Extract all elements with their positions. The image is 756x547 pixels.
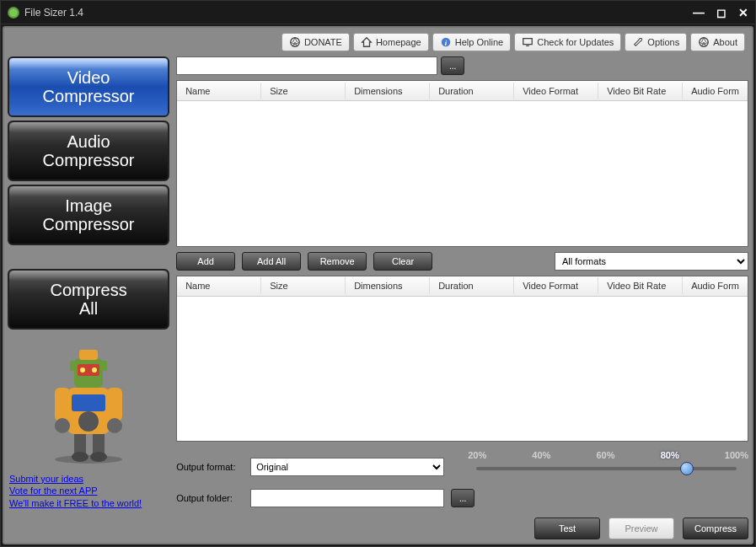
robot-mascot — [8, 333, 169, 468]
add-all-button[interactable]: Add All — [242, 252, 301, 271]
tick-40: 40% — [532, 450, 550, 460]
col-audio-format[interactable]: Audio Form — [683, 83, 748, 99]
footer-links: Submit your ideas Vote for the next APP … — [8, 471, 169, 511]
source-file-table[interactable]: Name Size Dimensions Duration Video Form… — [176, 80, 748, 247]
svg-point-13 — [78, 411, 99, 432]
source-table-body[interactable] — [177, 101, 748, 246]
queue-table-header: Name Size Dimensions Duration Video Form… — [177, 276, 748, 297]
svg-point-16 — [55, 418, 70, 433]
queue-table-body[interactable] — [177, 297, 748, 442]
audio-compressor-button[interactable]: AudioCompressor — [8, 121, 169, 181]
remove-button[interactable]: Remove — [308, 252, 367, 271]
output-format-row: Output format: Original 20% 40% 60% 80% … — [176, 450, 748, 484]
svg-point-9 — [72, 452, 88, 462]
main-area: VideoCompressor AudioCompressor ImageCom… — [8, 56, 748, 539]
updates-label: Check for Updates — [537, 37, 614, 47]
col-name[interactable]: Name — [177, 83, 261, 99]
compress-all-button[interactable]: CompressAll — [8, 269, 169, 330]
clear-button[interactable]: Clear — [373, 252, 432, 271]
source-path-input[interactable] — [176, 56, 437, 75]
app-window: File Sizer 1.4 — ◻ ✕ DONATE Homepage i H… — [0, 0, 756, 547]
compress-all-label: CompressAll — [51, 281, 127, 318]
queue-file-table[interactable]: Name Size Dimensions Duration Video Form… — [176, 276, 748, 442]
homepage-button[interactable]: Homepage — [353, 33, 429, 51]
app-body: DONATE Homepage i Help Online Check for … — [3, 26, 753, 544]
tick-80: 80% — [661, 450, 679, 460]
home-icon — [361, 36, 373, 48]
preview-button[interactable]: Preview — [609, 518, 674, 539]
donate-label: DONATE — [304, 37, 342, 47]
window-title: File Sizer 1.4 — [24, 7, 693, 19]
svg-rect-24 — [100, 361, 107, 371]
vote-app-link[interactable]: Vote for the next APP — [9, 485, 168, 496]
output-format-select[interactable]: Original — [250, 458, 444, 476]
sidebar: VideoCompressor AudioCompressor ImageCom… — [8, 56, 169, 539]
bottom-actions: Test Preview Compress — [176, 518, 748, 539]
top-menu: DONATE Homepage i Help Online Check for … — [8, 33, 748, 51]
qcol-duration[interactable]: Duration — [430, 277, 514, 294]
qcol-video-format[interactable]: Video Format — [514, 277, 598, 294]
qcol-audio-format[interactable]: Audio Form — [683, 277, 748, 294]
video-compressor-button[interactable]: VideoCompressor — [8, 56, 169, 117]
col-duration[interactable]: Duration — [430, 83, 514, 99]
minimize-button[interactable]: — — [693, 6, 705, 19]
svg-rect-22 — [79, 350, 98, 360]
tick-20: 20% — [468, 450, 486, 460]
svg-point-6 — [55, 455, 122, 464]
quality-slider[interactable]: 20% 40% 60% 80% 100% — [468, 450, 748, 484]
output-folder-input[interactable] — [250, 489, 444, 507]
titlebar[interactable]: File Sizer 1.4 — ◻ ✕ — [1, 1, 755, 24]
about-label: About — [713, 37, 737, 47]
svg-point-17 — [107, 418, 122, 433]
help-button[interactable]: i Help Online — [432, 33, 511, 51]
compress-button[interactable]: Compress — [683, 518, 748, 539]
aperture-icon — [698, 36, 710, 48]
homepage-label: Homepage — [376, 37, 421, 47]
qcol-size[interactable]: Size — [261, 277, 346, 294]
col-video-format[interactable]: Video Format — [514, 83, 598, 99]
about-button[interactable]: About — [690, 33, 745, 51]
options-button[interactable]: Options — [625, 33, 687, 51]
options-label: Options — [647, 37, 679, 47]
svg-rect-15 — [107, 388, 122, 421]
col-size[interactable]: Size — [261, 83, 346, 99]
close-button[interactable]: ✕ — [738, 6, 748, 19]
updates-button[interactable]: Check for Updates — [514, 33, 621, 51]
test-button[interactable]: Test — [534, 518, 600, 539]
tick-100: 100% — [725, 450, 748, 460]
format-filter-select[interactable]: All formats — [555, 252, 748, 271]
qcol-video-bitrate[interactable]: Video Bit Rate — [598, 277, 683, 294]
browse-source-button[interactable]: ... — [441, 56, 464, 75]
slider-track[interactable] — [476, 467, 737, 470]
image-compressor-button[interactable]: ImageCompressor — [8, 185, 169, 245]
col-dimensions[interactable]: Dimensions — [346, 83, 430, 99]
col-video-bitrate[interactable]: Video Bit Rate — [598, 83, 683, 99]
slider-thumb[interactable] — [680, 462, 694, 475]
output-folder-row: Output folder: ... — [176, 489, 748, 507]
action-row: Add Add All Remove Clear All formats — [176, 252, 748, 271]
add-button[interactable]: Add — [176, 252, 235, 271]
svg-point-5 — [700, 38, 709, 47]
submit-ideas-link[interactable]: Submit your ideas — [9, 473, 168, 485]
donate-button[interactable]: DONATE — [281, 33, 350, 51]
qcol-dimensions[interactable]: Dimensions — [346, 277, 430, 294]
window-controls: — ◻ ✕ — [693, 6, 748, 19]
svg-point-0 — [291, 38, 300, 47]
video-compressor-label: VideoCompressor — [43, 68, 135, 105]
app-icon — [8, 7, 19, 19]
info-icon: i — [440, 36, 452, 48]
maximize-button[interactable]: ◻ — [716, 6, 727, 19]
svg-rect-23 — [70, 361, 77, 371]
svg-rect-12 — [72, 394, 105, 411]
qcol-name[interactable]: Name — [177, 277, 261, 294]
audio-compressor-label: AudioCompressor — [43, 132, 135, 169]
browse-output-button[interactable]: ... — [451, 489, 475, 507]
slider-labels: 20% 40% 60% 80% 100% — [468, 450, 748, 460]
svg-point-20 — [80, 367, 85, 373]
monitor-icon — [522, 36, 533, 48]
content-area: ... Name Size Dimensions Duration Video … — [176, 56, 748, 539]
free-world-link[interactable]: We'll make it FREE to the world! — [9, 497, 168, 509]
output-section: Output format: Original 20% 40% 60% 80% … — [176, 450, 748, 539]
svg-point-21 — [92, 367, 97, 373]
wrench-icon — [632, 36, 644, 48]
